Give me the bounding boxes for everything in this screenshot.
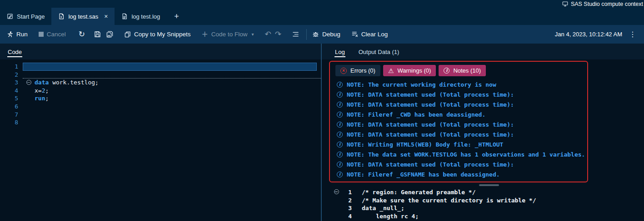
log-code-line: 2/* Make sure the current directory is w… [344, 196, 536, 205]
note-text: NOTE: Fileref _GSFNAME has been deassign… [347, 171, 500, 178]
warnings-filter-chip[interactable]: ⚠ Warnings (0) [383, 65, 436, 76]
tab-log-test-log[interactable]: log test.log [115, 8, 167, 25]
log-code-line: 4 length rc 4; [344, 212, 536, 221]
editor-line[interactable]: 8 [0, 118, 321, 127]
log-source-lines: 1/* region: Generated preamble */2/* Mak… [344, 188, 536, 221]
chevron-down-icon: ▾ [251, 32, 254, 37]
editor-line[interactable]: 4x=2; [0, 87, 321, 95]
reset-session-icon[interactable]: ↻ [79, 30, 85, 38]
code-text: x=2; [35, 87, 49, 95]
copy-to-snippets-button[interactable]: Copy to My Snippets [124, 31, 191, 38]
run-button[interactable]: Run [6, 31, 28, 38]
error-icon: × [340, 68, 347, 74]
cancel-button: Cancel [39, 31, 66, 38]
editor-line[interactable]: 6 [0, 103, 321, 111]
log-note-item[interactable]: iNOTE: Fileref _GSFNAME has been deassig… [335, 169, 584, 179]
line-number: 1 [0, 63, 23, 71]
close-icon[interactable]: × [104, 13, 108, 20]
note-text: NOTE: DATA statement used (Total process… [347, 161, 514, 168]
tab-output-data[interactable]: Output Data (1) [358, 49, 400, 59]
log-code-text: /* region: Generated preamble */ [362, 188, 475, 196]
log-note-item[interactable]: iNOTE: DATA statement used (Total proces… [335, 159, 584, 169]
info-icon: i [337, 122, 343, 128]
start-page-icon [7, 13, 13, 20]
log-note-item[interactable]: iNOTE: Fileref _CWD has been deassigned. [335, 109, 584, 119]
tab-code[interactable]: Code [7, 49, 22, 59]
info-icon: i [337, 92, 343, 98]
info-icon: i [337, 112, 343, 118]
editor-line[interactable]: 1 [0, 63, 321, 71]
fold-icon[interactable]: − [23, 80, 35, 85]
editor-line-body [23, 71, 321, 79]
log-filter-chips: × Errors (0) ⚠ Warnings (0) i Notes (10) [335, 65, 584, 76]
editor-line-body [23, 118, 321, 127]
new-tab-button[interactable]: + [167, 8, 186, 25]
log-note-item[interactable]: iNOTE: DATA statement used (Total proces… [335, 129, 584, 139]
copy-icon [124, 31, 131, 38]
tab-log-test-sas[interactable]: log test.sas × [51, 8, 115, 25]
line-number: 2 [344, 196, 352, 205]
log-code-line: 3data _null_; [344, 204, 536, 212]
last-run-timestamp: Jan 4, 2023, 10:12:42 AM [555, 31, 622, 38]
line-number: 7 [0, 111, 23, 119]
bug-icon [312, 31, 319, 38]
log-file-icon [121, 13, 128, 20]
clear-log-button[interactable]: Clear Log [351, 31, 388, 38]
log-note-item[interactable]: iNOTE: The current working directory is … [335, 79, 584, 89]
line-number: 2 [0, 71, 23, 79]
compute-context-button[interactable]: SAS Studio compute context [562, 1, 643, 7]
log-note-item[interactable]: iNOTE: Writing HTML5(WEB) Body file: _HT… [335, 139, 584, 149]
save-all-icon[interactable] [106, 31, 113, 38]
format-code-icon[interactable] [292, 31, 299, 38]
redo-icon: ↷ [275, 30, 281, 38]
warning-icon: ⚠ [388, 68, 394, 74]
line-number: 3 [344, 204, 352, 212]
more-options-icon[interactable]: ⋮ [628, 30, 638, 39]
code-to-flow-label: Code to Flow [211, 31, 248, 38]
sas-program-icon [58, 13, 65, 20]
note-text: NOTE: DATA statement used (Total process… [347, 121, 514, 128]
code-text: data work.testlog; [35, 79, 99, 87]
log-note-item[interactable]: iNOTE: DATA statement used (Total proces… [335, 119, 584, 129]
editor-line[interactable]: 2 [0, 71, 321, 79]
code-panel-header: Code [0, 44, 321, 59]
editor-line[interactable]: 7 [0, 111, 321, 119]
debug-button[interactable]: Debug [312, 31, 340, 38]
clear-log-label: Clear Log [361, 31, 388, 38]
info-icon: i [337, 172, 343, 177]
editor-line-body: −data work.testlog; [23, 79, 321, 87]
log-note-item[interactable]: iNOTE: DATA statement used (Total proces… [335, 89, 584, 99]
editor-line[interactable]: 5run; [0, 94, 321, 103]
note-text: NOTE: Writing HTML5(WEB) Body file: _HTM… [347, 141, 503, 148]
info-icon: i [337, 152, 343, 157]
content-split: Code 123−data work.testlog;4x=2;5run;678… [0, 44, 644, 221]
log-source-view: − 1/* region: Generated preamble */2/* M… [329, 188, 644, 221]
cancel-label: Cancel [47, 31, 66, 38]
log-code-text: length rc 4; [362, 212, 419, 221]
main-toolbar: Run Cancel ↻ Copy to My Snippets + Code … [0, 25, 644, 44]
editor-line-body [23, 103, 321, 111]
line-number: 8 [0, 118, 23, 127]
notes-filter-chip[interactable]: i Notes (10) [439, 65, 486, 76]
log-panel: Log Output Data (1) × Errors (0) ⚠ Warni… [322, 44, 644, 221]
scrollbar-thumb[interactable] [479, 184, 499, 186]
info-icon: i [444, 68, 449, 74]
log-notes-list: iNOTE: The current working directory is … [335, 79, 584, 179]
tab-log[interactable]: Log [334, 49, 345, 59]
log-note-item[interactable]: iNOTE: DATA statement used (Total proces… [335, 99, 584, 109]
log-note-item[interactable]: iNOTE: The data set WORK.TESTLOG has 1 o… [335, 149, 584, 159]
note-text: NOTE: The current working directory is n… [347, 81, 496, 88]
log-fold-gutter: − [329, 188, 344, 221]
plus-icon: + [202, 30, 208, 38]
errors-filter-chip[interactable]: × Errors (0) [335, 65, 380, 76]
horizontal-scrollbar[interactable] [329, 184, 638, 187]
tab-start-page[interactable]: Start Page [0, 8, 51, 25]
save-icon[interactable] [94, 31, 101, 38]
line-number: 1 [344, 188, 352, 196]
top-strip: SAS Studio compute context [0, 0, 644, 8]
errors-chip-label: Errors (0) [350, 67, 375, 74]
code-editor[interactable]: 123−data work.testlog;4x=2;5run;678 [0, 59, 321, 221]
editor-line[interactable]: 3−data work.testlog; [0, 79, 321, 87]
tab-label: log test.log [131, 13, 160, 20]
fold-icon[interactable]: − [334, 189, 339, 194]
